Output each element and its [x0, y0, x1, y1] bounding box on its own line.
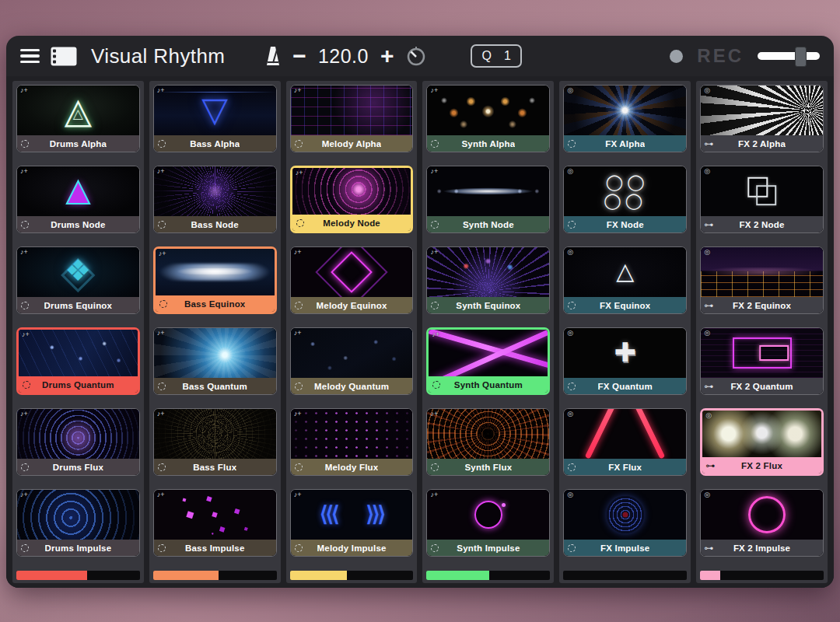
timer-icon [431, 544, 439, 552]
target-icon: ◎ [567, 491, 573, 498]
clip-thumbnail: ♪+ [427, 86, 549, 135]
clip-label-bar: Melody Impulse [291, 540, 413, 556]
clip-cell-synth-alpha[interactable]: ♪+Synth Alpha [426, 85, 550, 152]
clip-cell-drums-node[interactable]: ♪+Drums Node [16, 166, 140, 233]
clip-label-bar: Drums Equinox [17, 297, 139, 313]
clip-thumbnail: ◎ [564, 490, 686, 540]
clip-label-bar: FX Quantum [564, 378, 686, 394]
column-progress-fill [16, 571, 87, 580]
clip-cell-melody-impulse[interactable]: ♪+Melody Impulse [290, 489, 414, 557]
clip-cell-bass-node[interactable]: ♪+Bass Node [153, 166, 277, 233]
clip-cell-fx2-alpha[interactable]: ◎⊶FX 2 Alpha [700, 85, 824, 152]
clip-label: FX Impulse [600, 543, 649, 553]
clip-cell-melody-node[interactable]: ♪+Melody Node [290, 166, 414, 233]
clip-cell-melody-alpha[interactable]: ♪+Melody Alpha [290, 85, 414, 152]
column-progress-fill [426, 571, 489, 580]
clip-cell-fx-impulse[interactable]: ◎FX Impulse [563, 489, 687, 557]
clip-cell-drums-equinox[interactable]: ♪+Drums Equinox [16, 246, 140, 314]
master-fader[interactable] [758, 46, 820, 66]
tempo-value[interactable]: 120.0 [318, 45, 369, 68]
clip-cell-drums-impulse[interactable]: ♪+Drums Impulse [16, 489, 140, 557]
clip-label: FX Node [607, 220, 644, 229]
note-plus-icon: ♪+ [157, 411, 165, 418]
target-icon: ◎ [567, 87, 573, 94]
timer-icon [158, 544, 166, 552]
clip-cell-synth-flux[interactable]: ♪+Synth Flux [426, 408, 550, 476]
quantize-control[interactable]: Q 1 [471, 44, 521, 68]
clip-label-bar: Synth Flux [427, 459, 549, 475]
clip-cell-drums-flux[interactable]: ♪+Drums Flux [16, 408, 140, 476]
clip-cell-fx-equinox[interactable]: ◎FX Equinox [563, 246, 687, 314]
clip-thumbnail: ◎ [564, 86, 686, 135]
clip-thumbnail: ◎ [564, 166, 686, 216]
rec-button[interactable]: REC [697, 45, 744, 67]
tempo-increase-button[interactable]: + [379, 44, 396, 68]
app-title: Visual Rhythm [91, 44, 225, 68]
clip-cell-fx2-flux[interactable]: ◎⊶FX 2 Flux [700, 408, 824, 476]
clip-label-bar: Bass Impulse [154, 540, 276, 556]
note-plus-icon: ♪+ [430, 249, 438, 256]
clip-cell-melody-equinox[interactable]: ♪+Melody Equinox [290, 246, 414, 314]
column-progress-meter [153, 571, 277, 580]
clip-thumbnail: ♪+ [291, 409, 413, 459]
tap-tempo-dial-icon[interactable] [405, 45, 427, 67]
clip-cell-fx2-quantum[interactable]: ◎⊶FX 2 Quantum [700, 327, 824, 395]
clip-cell-fx2-impulse[interactable]: ◎⊶FX 2 Impulse [700, 489, 824, 557]
note-plus-icon: ♪+ [20, 249, 28, 256]
timer-icon [21, 221, 29, 229]
record-indicator[interactable] [670, 50, 683, 63]
clip-cell-drums-quantum[interactable]: ♪+Drums Quantum [16, 327, 140, 395]
target-icon: ◎ [705, 412, 712, 419]
clip-cell-fx-flux[interactable]: ◎FX Flux [563, 408, 687, 476]
clip-cell-synth-impulse[interactable]: ♪+Synth Impulse [426, 489, 550, 557]
clip-thumbnail: ◎ [564, 247, 686, 297]
column-progress-fill [290, 571, 347, 580]
column-progress-meter [426, 571, 550, 580]
clip-thumbnail: ♪+ [291, 247, 413, 297]
quantize-value: 1 [504, 49, 511, 63]
range-icon: ⊶ [704, 543, 713, 553]
clip-thumbnail: ♪+ [156, 249, 275, 295]
app-window: Visual Rhythm − 120.0 + Q [6, 36, 834, 588]
clip-cell-fx2-equinox[interactable]: ◎⊶FX 2 Equinox [700, 246, 824, 314]
clip-cell-synth-equinox[interactable]: ♪+Synth Equinox [426, 246, 550, 314]
timer-icon [431, 302, 439, 309]
metronome-icon[interactable] [265, 46, 281, 67]
clip-cell-bass-impulse[interactable]: ♪+Bass Impulse [153, 489, 277, 557]
timer-icon [568, 544, 576, 552]
clip-cell-melody-quantum[interactable]: ♪+Melody Quantum [290, 327, 414, 395]
fader-handle[interactable] [795, 47, 807, 67]
clip-label: Drums Alpha [50, 139, 107, 149]
range-icon: ⊶ [704, 220, 713, 229]
clip-cell-synth-quantum[interactable]: ♪+Synth Quantum [426, 327, 550, 395]
clip-cell-fx2-node[interactable]: ◎⊶FX 2 Node [700, 166, 824, 233]
clip-label: Bass Quantum [182, 382, 247, 391]
clip-thumbnail: ◎ [701, 247, 823, 297]
clip-label: Bass Equinox [184, 299, 245, 309]
clip-label: Melody Flux [325, 463, 379, 472]
note-plus-icon: ♪+ [159, 250, 166, 257]
clip-thumbnail: ♪+ [17, 86, 139, 135]
clip-thumbnail: ◎ [701, 166, 823, 216]
clip-label-bar: Melody Quantum [291, 378, 413, 394]
clip-label: FX 2 Node [740, 220, 785, 229]
clip-label-bar: Bass Equinox [156, 295, 275, 312]
tempo-decrease-button[interactable]: − [291, 44, 308, 68]
clip-cell-synth-node[interactable]: ♪+Synth Node [426, 166, 550, 233]
film-clip-icon[interactable] [51, 47, 77, 66]
clip-cell-melody-flux[interactable]: ♪+Melody Flux [290, 408, 414, 476]
clip-cell-bass-alpha[interactable]: ♪+Bass Alpha [153, 85, 277, 152]
clip-cell-bass-quantum[interactable]: ♪+Bass Quantum [153, 327, 277, 395]
track-column-synth: ♪+Synth Alpha♪+Synth Node♪+Synth Equinox… [422, 81, 554, 583]
clip-cell-bass-equinox[interactable]: ♪+Bass Equinox [153, 246, 277, 314]
clip-label-bar: Drums Alpha [17, 135, 139, 152]
clip-cell-fx-node[interactable]: ◎FX Node [563, 166, 687, 233]
clip-label: Synth Alpha [461, 139, 515, 149]
clip-cell-fx-alpha[interactable]: ◎FX Alpha [563, 85, 687, 152]
menu-icon[interactable] [20, 49, 40, 64]
clip-cell-bass-flux[interactable]: ♪+Bass Flux [153, 408, 277, 476]
clip-cell-fx-quantum[interactable]: ◎FX Quantum [563, 327, 687, 395]
clip-label: Synth Impulse [457, 543, 520, 553]
clip-cell-drums-alpha[interactable]: ♪+Drums Alpha [16, 85, 140, 152]
fader-track [758, 52, 820, 60]
